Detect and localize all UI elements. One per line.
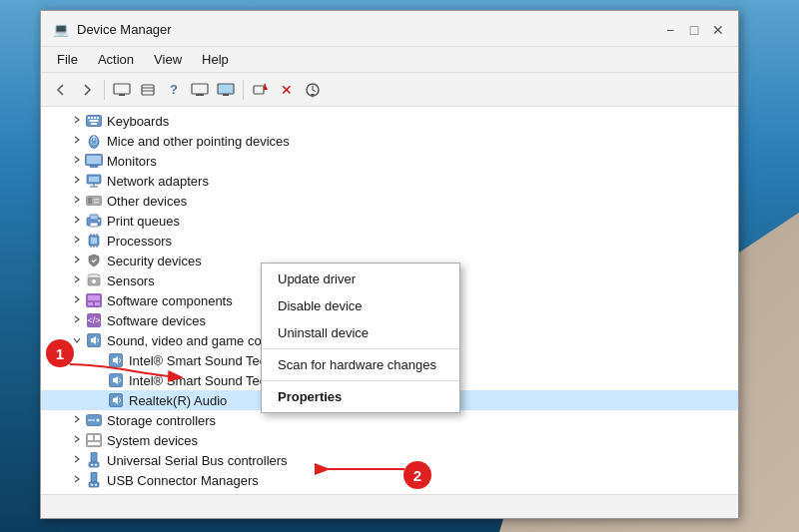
device-icon-realtek (107, 392, 125, 408)
svg-rect-9 (254, 86, 264, 94)
svg-rect-5 (192, 84, 208, 94)
toolbar-help[interactable]: ? (162, 78, 186, 102)
svg-rect-70 (89, 462, 99, 467)
tree-arrow-software-comp (69, 294, 85, 306)
device-icon-sensors (85, 272, 103, 288)
device-item-processors[interactable]: Processors (41, 231, 738, 251)
device-label-network: Network adapters (107, 174, 209, 189)
device-item-keyboards[interactable]: Keyboards (41, 111, 738, 131)
toolbar: ? ✕ (41, 73, 738, 107)
device-label-software-dev: Software devices (107, 313, 206, 328)
device-icon-usb-conn (85, 472, 103, 488)
svg-rect-49 (88, 295, 100, 300)
toolbar-device-add[interactable] (249, 78, 273, 102)
device-icon-system (85, 432, 103, 448)
device-label-usb: Universal Serial Bus controllers (107, 453, 288, 468)
device-icon-security (85, 253, 103, 268)
device-icon-other (85, 193, 103, 209)
svg-rect-39 (91, 238, 97, 244)
device-item-mice[interactable]: Mice and other pointing devices (41, 131, 738, 151)
svg-rect-1 (119, 94, 125, 96)
context-menu-properties[interactable]: Properties (262, 383, 459, 410)
svg-rect-17 (97, 117, 99, 119)
annotation-1: 1 (46, 339, 74, 367)
svg-rect-73 (91, 472, 97, 482)
context-menu-disable-device[interactable]: Disable device (262, 292, 459, 319)
device-item-network[interactable]: Network adapters (41, 171, 738, 191)
context-menu-scan-hardware[interactable]: Scan for hardware changes (262, 351, 459, 378)
svg-rect-0 (114, 84, 130, 94)
context-menu-update-driver[interactable]: Update driver (262, 266, 459, 292)
tree-arrow-security (69, 255, 85, 266)
svg-rect-19 (91, 123, 97, 125)
device-label-realtek: Realtek(R) Audio (129, 393, 227, 408)
toolbar-monitor[interactable] (214, 78, 238, 102)
maximize-button[interactable]: □ (686, 22, 702, 38)
device-label-other: Other devices (107, 194, 187, 209)
menu-action[interactable]: Action (90, 50, 142, 69)
device-icon-keyboards (85, 113, 103, 129)
device-item-storage[interactable]: Storage controllers (41, 410, 738, 430)
device-icon-software-dev: </> (85, 312, 103, 328)
toolbar-computer[interactable] (110, 78, 134, 102)
tree-arrow-print (69, 215, 85, 227)
device-item-monitors[interactable]: Monitors (41, 151, 738, 171)
toolbar-list[interactable] (136, 78, 160, 102)
svg-rect-25 (87, 156, 101, 164)
toolbar-scan[interactable] (301, 78, 325, 102)
tree-arrow-software-dev (69, 314, 85, 326)
tree-arrow-sensors (69, 274, 85, 286)
tree-arrow-sound (69, 335, 85, 346)
svg-rect-2 (142, 85, 154, 95)
svg-rect-74 (89, 482, 99, 487)
device-icon-software-comp (85, 292, 103, 308)
menu-file[interactable]: File (49, 50, 86, 69)
toolbar-separator-1 (104, 80, 105, 100)
device-icon-storage (85, 412, 103, 428)
window-icon: 💻 (53, 22, 69, 38)
menu-view[interactable]: View (146, 50, 190, 69)
toolbar-back[interactable] (49, 78, 73, 102)
device-item-other[interactable]: Other devices (41, 191, 738, 211)
device-item-usb-conn[interactable]: USB Connector Managers (41, 470, 738, 490)
toolbar-network[interactable] (188, 78, 212, 102)
context-menu-uninstall-device[interactable]: Uninstall device (262, 319, 459, 346)
svg-rect-72 (95, 464, 97, 466)
tree-arrow-usb-conn (69, 474, 85, 486)
tree-arrow-usb (69, 454, 85, 466)
tree-arrow-network (69, 175, 85, 187)
svg-rect-68 (88, 442, 100, 445)
device-label-keyboards: Keyboards (107, 114, 169, 129)
status-bar (41, 494, 738, 518)
close-button[interactable]: ✕ (710, 22, 726, 38)
svg-rect-32 (94, 199, 99, 201)
title-bar-left: 💻 Device Manager (53, 22, 172, 38)
device-label-usb-conn: USB Connector Managers (107, 473, 259, 488)
svg-rect-24 (90, 166, 98, 168)
device-item-usb[interactable]: Universal Serial Bus controllers (41, 450, 738, 470)
svg-rect-16 (94, 117, 96, 119)
svg-rect-35 (90, 215, 98, 220)
svg-rect-14 (88, 117, 90, 119)
minimize-button[interactable]: − (662, 22, 678, 38)
device-item-print[interactable]: Print queues (41, 211, 738, 231)
svg-point-47 (92, 279, 96, 283)
toolbar-uninstall[interactable]: ✕ (275, 78, 299, 102)
svg-text:</>: </> (87, 315, 100, 325)
device-label-mice: Mice and other pointing devices (107, 134, 290, 149)
tree-arrow-system (69, 434, 85, 446)
menu-help[interactable]: Help (194, 50, 237, 69)
device-label-security: Security devices (107, 254, 202, 268)
device-icon-network (85, 173, 103, 189)
svg-rect-33 (94, 202, 99, 204)
tree-arrow-storage (69, 414, 85, 426)
toolbar-forward[interactable] (75, 78, 99, 102)
svg-point-63 (97, 419, 100, 422)
svg-rect-50 (88, 302, 93, 305)
device-icon-mice (85, 133, 103, 149)
title-controls: − □ ✕ (662, 22, 726, 38)
tree-arrow-mice (69, 135, 85, 147)
svg-rect-67 (95, 435, 100, 440)
svg-rect-36 (90, 223, 98, 227)
device-item-system[interactable]: System devices (41, 430, 738, 450)
